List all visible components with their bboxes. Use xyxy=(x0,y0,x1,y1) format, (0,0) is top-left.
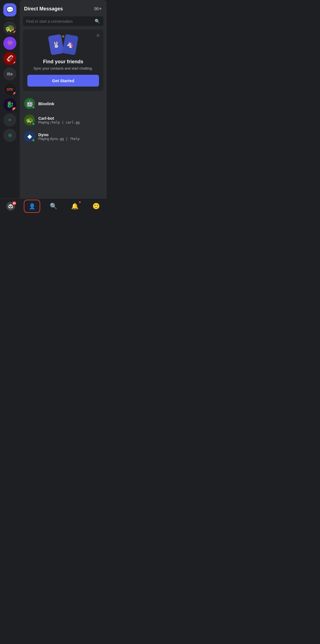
carlbot-online-indicator xyxy=(32,122,35,125)
add-server-button[interactable]: + xyxy=(3,113,16,127)
explore-icon: ⊕ xyxy=(8,132,12,138)
carlbot-name: Carl-bot xyxy=(38,116,102,121)
dm-item-dyno[interactable]: ◆ Dyno Playing dyno.gg | ?help xyxy=(22,128,104,145)
carlbot-avatar-container: 🐢 xyxy=(24,115,35,125)
nav-item-search[interactable]: 🔍 xyxy=(45,200,62,213)
home-icon: 💬 xyxy=(6,6,14,13)
add-icon: + xyxy=(8,116,12,124)
server-6-badge: 76 xyxy=(12,107,16,111)
explore-servers-button[interactable]: ⊕ xyxy=(3,129,16,142)
mentions-icon: 🙂 xyxy=(92,203,100,210)
sidebar-item-server-2[interactable]: 👾 xyxy=(3,37,16,50)
bloxlink-online-indicator xyxy=(32,106,35,109)
sidebar-item-server-4[interactable]: ISs xyxy=(3,67,16,81)
card-subtitle: Sync your contacts and start chatting. xyxy=(27,66,99,70)
new-dm-icon: ✉+ xyxy=(94,5,102,12)
notifications-icon: 🔔 xyxy=(71,203,78,210)
sidebar-divider xyxy=(5,19,14,19)
dyno-info: Dyno Playing dyno.gg | ?help xyxy=(38,132,102,141)
close-card-button[interactable]: ✕ xyxy=(96,33,100,39)
nav-item-mentions[interactable]: 🙂 xyxy=(88,200,104,213)
main-panel: Direct Messages ✉+ 🔍 ✕ 🐰 ✳ 🦄 xyxy=(20,0,107,198)
carlbot-info: Carl-bot Playing /help | carl.gg xyxy=(38,116,102,124)
search-icon: 🔍 xyxy=(95,19,100,24)
server-1-badge: 1 xyxy=(13,30,16,35)
bloxlink-name: Bloxlink xyxy=(38,101,102,106)
sparkle-icon: ✳ xyxy=(62,34,65,39)
dm-item-carlbot[interactable]: 🐢 Carl-bot Playing /help | carl.gg xyxy=(22,112,104,128)
sidebar-item-server-5[interactable]: STK 5 xyxy=(3,83,16,96)
new-dm-button[interactable]: ✉+ xyxy=(94,4,102,13)
search-input[interactable] xyxy=(26,19,92,24)
bloxlink-info: Bloxlink xyxy=(38,101,102,106)
card-title: Find your friends xyxy=(27,59,99,65)
server-4-avatar: ISs xyxy=(3,67,16,81)
dyno-online-indicator xyxy=(32,139,35,142)
get-started-button[interactable]: Get Started xyxy=(27,75,99,87)
nav-item-friends[interactable]: 👤 xyxy=(24,200,40,213)
search-bar[interactable]: 🔍 xyxy=(23,16,103,26)
profile-badge: 85 xyxy=(12,201,17,206)
sidebar-item-server-1[interactable]: 🐢 1 xyxy=(3,21,16,35)
phone-illustration: 🐰 ✳ 🦄 xyxy=(47,34,80,56)
search-nav-icon: 🔍 xyxy=(50,203,57,210)
panel-header: Direct Messages ✉+ xyxy=(20,0,107,16)
dm-list: 🤖 Bloxlink 🐢 Carl-bot Playing xyxy=(20,95,107,198)
server-2-avatar: 👾 xyxy=(3,37,16,50)
notification-dot xyxy=(78,201,81,204)
find-friends-card: ✕ 🐰 ✳ 🦄 Find your friends Sync your cont… xyxy=(23,29,103,91)
friends-icon: 👤 xyxy=(29,203,36,210)
carlbot-status: Playing /help | carl.gg xyxy=(38,121,102,124)
dyno-avatar-container: ◆ xyxy=(24,131,35,142)
nav-item-profile[interactable]: 🐼 85 xyxy=(2,200,19,213)
dyno-name: Dyno xyxy=(38,132,102,137)
bloxlink-avatar-container: 🤖 xyxy=(24,98,35,109)
server-5-badge: 5 xyxy=(13,91,16,96)
sidebar: 💬 🐢 1 👾 🏈 3 ISs STK xyxy=(0,0,20,198)
sidebar-item-server-6[interactable]: 🐉 76 xyxy=(3,98,16,111)
bottom-nav: 🐼 85 👤 🔍 🔔 🙂 xyxy=(0,198,107,215)
nav-item-notifications[interactable]: 🔔 xyxy=(66,200,83,213)
sidebar-item-server-3[interactable]: 🏈 3 xyxy=(3,52,16,65)
panel-title: Direct Messages xyxy=(24,6,63,12)
server-3-badge: 3 xyxy=(13,61,16,65)
user-avatar: 🐼 85 xyxy=(6,202,15,211)
sidebar-home-button[interactable]: 💬 xyxy=(3,3,16,16)
dyno-status: Playing dyno.gg | ?help xyxy=(38,137,102,141)
dm-item-bloxlink[interactable]: 🤖 Bloxlink xyxy=(22,95,104,112)
card-illustration: 🐰 ✳ 🦄 xyxy=(27,34,99,56)
